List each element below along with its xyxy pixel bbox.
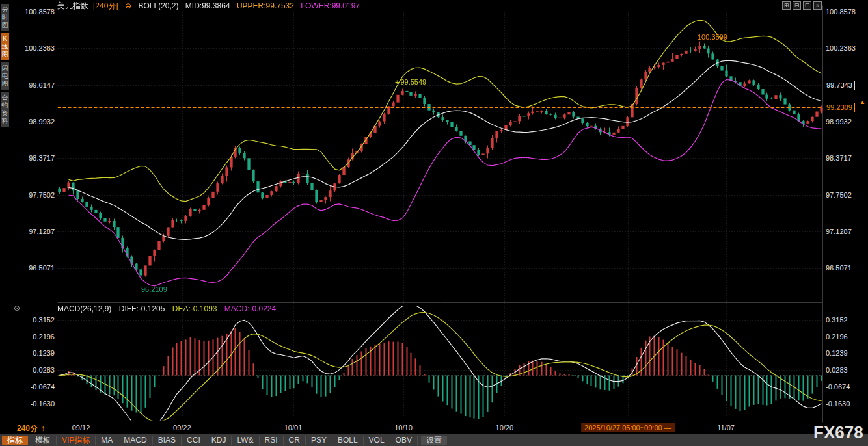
x-axis-date-label: 11/07 [717, 424, 735, 432]
watermark-logo: FX678 [813, 423, 863, 443]
toolbar-item-CCI[interactable]: CCI [182, 436, 206, 445]
layout-split-icon[interactable]: ⊟ [793, 1, 801, 10]
macd-axis-label-left: -0.0674 [18, 383, 55, 391]
chart-header: 美元指数[240分] ⊖ BOLL(20,2) MID:99.3864 UPPE… [57, 1, 364, 12]
boll-mid-value: MID:99.3864 [185, 1, 230, 10]
macd-diff-value: DIFF:-0.1205 [119, 304, 165, 313]
price-axis-label-left: 98.9932 [18, 118, 55, 125]
toolbar-item-设置[interactable]: 设置 [421, 436, 447, 445]
indicator-marker-icon[interactable]: ⊙ [14, 304, 20, 313]
window-controls: ⊞⊟⊡» [782, 1, 822, 10]
price-axis-label-left: 96.5071 [18, 264, 55, 272]
macd-axis-label-right: 0.0283 [826, 366, 848, 374]
toolbar-item-CR[interactable]: CR [284, 436, 306, 445]
macd-header: MACD(26,12,9) DIFF:-0.1205 DEA:-0.1093 M… [57, 304, 281, 314]
macd-axis-label-right: 0.2196 [826, 333, 848, 341]
x-axis-highlighted-date: 2025/10/27 05:00~09:00 — [581, 423, 675, 432]
annotation-high-2: 100.3599 [698, 33, 727, 41]
toolbar-item-OBV[interactable]: OBV [390, 436, 418, 445]
x-axis-date-label: 09/22 [173, 424, 191, 432]
period-tag[interactable]: [240分] [93, 1, 118, 10]
boll-indicator-label: BOLL(20,2) [138, 1, 178, 10]
price-axis-label-left: 99.6147 [18, 81, 55, 89]
price-axis-label-left: 97.7502 [18, 191, 55, 199]
macd-axis-label-left: 0.3152 [18, 316, 55, 324]
layout-single-icon[interactable]: ⊞ [782, 1, 791, 10]
collapse-icon[interactable]: ⊖ [125, 1, 131, 10]
price-axis-label-right: 100.8578 [826, 8, 856, 16]
macd-indicator-label: MACD(26,12,9) [57, 304, 111, 313]
boll-lower-value: LOWER:99.0197 [301, 1, 360, 10]
left-sidebar-tabs: 分时图K线图闪电图合约资料 [1, 4, 9, 127]
period-label: 240分 [17, 424, 38, 433]
sidebar-tab-4[interactable]: 合约资料 [1, 92, 9, 127]
toolbar-item-BIAS[interactable]: BIAS [153, 436, 182, 445]
x-axis-date-label: 10/01 [284, 424, 303, 432]
cross-marker-icon: + [703, 42, 707, 49]
sidebar-tab-3[interactable]: 闪电图 [1, 62, 9, 90]
price-axis-label-right: 98.3717 [826, 154, 852, 162]
macd-axis-label-left: -0.1630 [18, 400, 55, 408]
macd-axis-label-right: 0.3152 [826, 316, 848, 324]
toolbar-item-RSI[interactable]: RSI [260, 436, 284, 445]
macd-axis-label-left: 0.0283 [18, 366, 55, 374]
x-axis-date-label: 10/10 [394, 424, 413, 432]
annotation-high-1: +99.5549 [395, 78, 426, 86]
sidebar-tab-1[interactable]: 分时图 [1, 4, 9, 31]
price-tag-band: 99.7343 [824, 81, 855, 90]
toolbar-item-KDJ[interactable]: KDJ [206, 436, 232, 445]
toolbar-item-VIP指标[interactable]: VIP指标 [57, 436, 96, 445]
price-axis-label-right: 100.2363 [826, 44, 856, 52]
price-axis-label-right: 98.9932 [826, 118, 852, 125]
x-axis: 09/1209/2210/0110/1010/2011/072025/10/27… [0, 423, 868, 434]
expand-panels-icon[interactable]: » [813, 1, 822, 10]
up-arrow-icon: ↑ [41, 424, 45, 433]
toolbar-item-LW&[interactable]: LW& [232, 436, 259, 445]
macd-axis-label-right: 0.1239 [826, 349, 848, 357]
toolbar-item-BOLL[interactable]: BOLL [332, 436, 364, 445]
cross-marker-icon: + [395, 78, 399, 86]
period-indicator[interactable]: 240分↑ [17, 423, 45, 434]
x-axis-date-label: 09/12 [72, 424, 90, 432]
price-axis-label-left: 100.2363 [18, 44, 55, 52]
bottom-toolbar: 指标模板VIP指标MAMACDBIASCCIKDJLW&RSICRPSYBOLL… [0, 434, 868, 446]
x-axis-date-label: 10/20 [496, 424, 514, 432]
macd-axis-label-right: -0.1630 [826, 400, 850, 408]
app-root: 美元指数[240分] ⊖ BOLL(20,2) MID:99.3864 UPPE… [0, 0, 868, 446]
price-up-arrow-icon: ▲ [860, 99, 865, 105]
toolbar-item-VOL[interactable]: VOL [364, 436, 390, 445]
price-axis-label-right: 97.1287 [826, 228, 852, 235]
price-tag-current: 99.2309 [824, 103, 855, 112]
toolbar-item-模板[interactable]: 模板 [30, 436, 57, 445]
annotation-low: 96.2109 [141, 285, 167, 293]
macd-axis-label-right: -0.0674 [826, 383, 850, 391]
toolbar-item-指标[interactable]: 指标 [2, 436, 28, 445]
symbol-name: 美元指数 [57, 1, 88, 10]
price-axis-label-left: 97.1287 [18, 228, 55, 235]
annotation-high-1-value: 99.5549 [400, 78, 426, 86]
price-axis-label-left: 100.8578 [18, 8, 55, 16]
price-axis-label-right: 96.5071 [826, 264, 852, 272]
boll-upper-value: UPPER:99.7532 [237, 1, 294, 10]
price-axis-label-right: 97.7502 [826, 191, 852, 199]
macd-dea-value: DEA:-0.1093 [172, 304, 217, 313]
macd-hist-value: MACD:-0.0224 [224, 304, 276, 313]
macd-axis-label-left: 0.2196 [18, 333, 55, 341]
toolbar-item-MA[interactable]: MA [96, 436, 118, 445]
macd-axis-label-left: 0.1239 [18, 349, 55, 357]
layout-grid-icon[interactable]: ⊡ [803, 1, 811, 10]
toolbar-item-MACD[interactable]: MACD [118, 436, 152, 445]
sidebar-tab-2[interactable]: K线图 [1, 33, 9, 60]
candlestick-chart-canvas[interactable] [57, 5, 823, 423]
price-axis-label-left: 98.3717 [18, 154, 55, 162]
toolbar-item-PSY[interactable]: PSY [306, 436, 332, 445]
